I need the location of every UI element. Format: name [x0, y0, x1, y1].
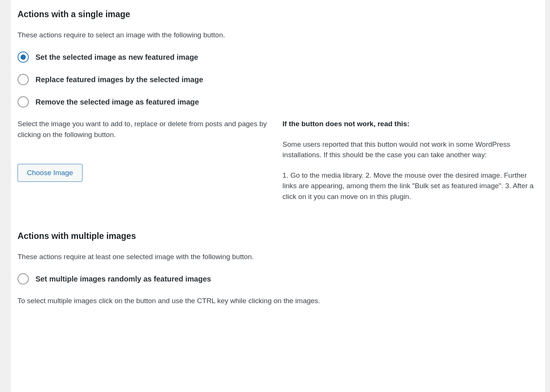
- help-title: If the button does not work, read this:: [283, 119, 538, 130]
- radio-icon: [18, 74, 29, 85]
- radio-replace-featured[interactable]: Replace featured images by the selected …: [18, 74, 538, 85]
- help-paragraph-1: Some users reported that this button wou…: [283, 139, 538, 161]
- radio-label: Set multiple images randomly as featured…: [35, 273, 211, 284]
- multiple-images-heading: Actions with multiple images: [18, 230, 538, 243]
- help-paragraph-2: 1. Go to the media library. 2. Move the …: [283, 170, 538, 202]
- radio-icon: [18, 273, 29, 284]
- radio-label: Set the selected image as new featured i…: [35, 52, 198, 63]
- radio-icon: [18, 96, 29, 108]
- radio-label: Replace featured images by the selected …: [35, 74, 203, 85]
- single-image-left-column: Select the image you want to add to, rep…: [18, 119, 268, 212]
- single-image-intro: These actions require to select an image…: [18, 30, 538, 41]
- multiple-images-radio-group: Set multiple images randomly as featured…: [18, 273, 538, 284]
- multiple-images-intro: These actions require at least one selec…: [18, 252, 538, 262]
- settings-panel: Actions with a single image These action…: [10, 0, 546, 392]
- radio-label: Remove the selected image as featured im…: [35, 96, 199, 108]
- single-image-heading: Actions with a single image: [18, 8, 538, 21]
- select-image-instruction: Select the image you want to add to, rep…: [18, 119, 268, 140]
- radio-set-featured[interactable]: Set the selected image as new featured i…: [18, 52, 538, 63]
- single-image-radio-group: Set the selected image as new featured i…: [18, 52, 538, 108]
- radio-set-random[interactable]: Set multiple images randomly as featured…: [18, 273, 538, 284]
- multiple-select-instruction: To select multiple images click on the b…: [18, 296, 538, 307]
- single-image-help-column: If the button does not work, read this: …: [283, 119, 538, 212]
- radio-icon: [18, 52, 29, 63]
- choose-image-button[interactable]: Choose Image: [18, 164, 83, 182]
- radio-remove-featured[interactable]: Remove the selected image as featured im…: [18, 96, 538, 108]
- single-image-columns: Select the image you want to add to, rep…: [18, 119, 538, 212]
- multiple-images-section: Actions with multiple images These actio…: [18, 230, 538, 307]
- content-wrapper: Actions with a single image These action…: [11, 0, 545, 307]
